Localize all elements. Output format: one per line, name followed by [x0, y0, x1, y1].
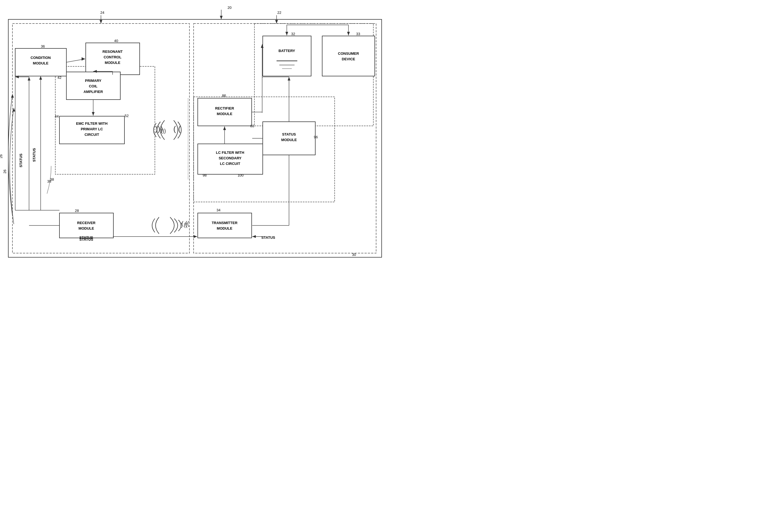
svg-marker-32 [252, 235, 256, 238]
emc-filter-label: EMC FILTER WITH [76, 121, 108, 126]
emc-filter-label3: CIRCUIT [85, 132, 99, 137]
svg-marker-15 [82, 57, 85, 60]
svg-marker-46 [347, 32, 350, 35]
ref-26-label: 26 [0, 154, 3, 158]
svg-marker-63 [194, 235, 197, 238]
ref-44: 44 [55, 114, 58, 118]
svg-marker-7 [99, 20, 102, 24]
resonant-control-label: RESONANT [102, 49, 123, 54]
emc-filter-label2: PRIMARY LC [81, 127, 103, 131]
svg-marker-69 [11, 94, 14, 98]
consumer-label: CONSUMER [338, 51, 359, 55]
svg-marker-36 [223, 126, 226, 130]
transmitter-label: TRANSMITTER [212, 221, 238, 225]
ref-32: 32 [291, 32, 295, 36]
svg-rect-41 [322, 36, 375, 76]
ref-33: 33 [356, 32, 360, 36]
svg-marker-11 [275, 20, 278, 24]
wireless-symbol-bottom: ( (( [180, 222, 188, 228]
lc-filter-label: LC FILTER WITH [216, 151, 244, 155]
svg-marker-9 [220, 16, 222, 19]
consumer-label2: DEVICE [342, 57, 355, 61]
ref-20: 20 [228, 5, 232, 10]
lc-filter-label3: LC CIRCUIT [220, 162, 240, 166]
ref-98: 98 [203, 173, 207, 177]
svg-marker-29 [12, 108, 15, 112]
ref-96: 96 [314, 135, 318, 139]
status-bottom-right-label: STATUS [261, 236, 275, 240]
ref-26: 26 [3, 170, 7, 173]
ref-34: 34 [216, 208, 220, 212]
svg-marker-44 [285, 32, 288, 35]
ref-30: 30 [352, 253, 356, 257]
ref-22: 22 [277, 10, 281, 15]
rectifier-label2: MODULE [217, 112, 233, 116]
receiver-label: RECEIVER [77, 221, 96, 225]
ref-100: 100 [238, 173, 244, 177]
svg-marker-22 [92, 112, 94, 116]
svg-marker-25 [28, 77, 31, 81]
primary-coil-label2: COIL [89, 84, 97, 88]
ref-86: 86 [222, 93, 226, 98]
ref-40: 40 [114, 39, 118, 43]
ref-52: 52 [125, 114, 129, 118]
ref-42: 42 [57, 76, 61, 80]
svg-rect-23 [59, 213, 113, 238]
svg-rect-37 [263, 36, 311, 76]
status-left-label: STATUS [32, 148, 36, 162]
transmitter-label2: MODULE [217, 226, 233, 231]
receiver-label2: MODULE [79, 226, 94, 231]
primary-coil-label: PRIMARY [85, 79, 101, 83]
ref-24: 24 [100, 10, 104, 15]
rectifier-label: RECTIFIER [215, 106, 234, 110]
ref-88: 88 [250, 124, 254, 128]
ref-28: 28 [75, 209, 79, 213]
wireless-symbol-right: ))) [160, 128, 166, 134]
primary-coil-label3: AMPLIFIER [84, 90, 103, 94]
ref-36: 36 [41, 44, 45, 48]
resonant-control-label3: MODULE [105, 60, 121, 65]
status-receiver-label: STATUS [79, 237, 93, 242]
status-module-label: STATUS [282, 132, 296, 136]
status-vertical-label: STATUS [19, 154, 23, 167]
status-module-label2: MODULE [281, 138, 297, 142]
condition-module-label: CONDITION [31, 55, 51, 60]
lc-filter-label2: SECONDARY [219, 156, 242, 160]
resonant-control-label2: CONTROL [104, 55, 121, 59]
diagram-container: 24 20 22 CONDITION MODULE 36 RESONANT CO… [0, 0, 390, 266]
battery-label: BATTERY [279, 49, 295, 53]
svg-marker-65 [39, 76, 42, 80]
svg-marker-58 [288, 77, 290, 81]
condition-module-label2: MODULE [33, 61, 49, 65]
svg-rect-30 [198, 213, 252, 238]
ref-38-label: 38 [50, 177, 54, 181]
